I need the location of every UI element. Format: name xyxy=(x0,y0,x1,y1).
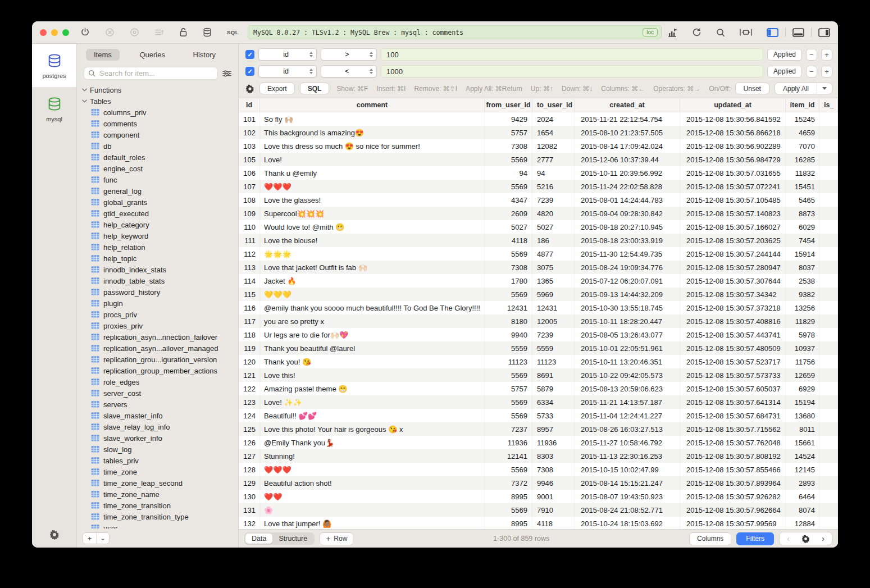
column-header-item-id[interactable]: item_id xyxy=(786,98,819,112)
cell-from-user-id[interactable]: 9429 xyxy=(485,112,532,126)
cell-from-user-id[interactable]: 5569 xyxy=(485,288,532,301)
cell-comment[interactable]: Supercool💥💥💥 xyxy=(260,207,485,220)
cell-updated-at[interactable]: 2015-12-08 15:30:57.373218 xyxy=(680,301,786,314)
cell-to-user-id[interactable]: 7239 xyxy=(532,193,575,207)
cell-created-at[interactable]: 2015-11-30 12:54:49.735 xyxy=(575,247,680,261)
cell-from-user-id[interactable]: 5569 xyxy=(485,368,532,382)
sidebar-table-item[interactable]: replication_asyn...nnection_failover xyxy=(77,331,238,343)
cell-id[interactable]: 125 xyxy=(239,422,260,436)
cell-to-user-id[interactable]: 8957 xyxy=(532,422,575,436)
lock-icon[interactable] xyxy=(179,28,188,37)
cell-updated-at[interactable]: 2015-12-08 15:30:57.808192 xyxy=(680,449,786,463)
add-item-button[interactable]: + xyxy=(83,533,96,544)
cell-comment[interactable]: Love the glasses! xyxy=(260,193,485,207)
cell-from-user-id[interactable]: 8180 xyxy=(485,314,532,328)
cell-to-user-id[interactable]: 5027 xyxy=(532,220,575,234)
cell-from-user-id[interactable]: 9940 xyxy=(485,328,532,341)
cell-id[interactable]: 124 xyxy=(239,409,260,422)
cell-comment[interactable]: Jacket 🔥 xyxy=(260,274,485,288)
cell-comment[interactable]: Love this dress so much 😍 so nice for su… xyxy=(260,139,485,153)
cell-comment[interactable]: Would love to! @mith 😬 xyxy=(260,220,485,234)
cell-is[interactable] xyxy=(819,368,838,382)
cell-is[interactable] xyxy=(819,436,838,449)
add-row-button[interactable]: + Row xyxy=(320,532,353,545)
cell-from-user-id[interactable]: 5569 xyxy=(485,395,532,409)
cell-id[interactable]: 117 xyxy=(239,314,260,328)
cell-item-id[interactable]: 2538 xyxy=(786,274,819,288)
cell-item-id[interactable]: 15914 xyxy=(786,247,819,261)
cell-id[interactable]: 112 xyxy=(239,247,260,261)
filter-enabled-checkbox[interactable]: ✓ xyxy=(245,50,254,59)
cell-created-at[interactable]: 2015-08-14 15:15:21.247 xyxy=(575,476,680,490)
cell-updated-at[interactable]: 2015-12-08 15:30:57.480509 xyxy=(680,341,786,355)
cell-updated-at[interactable]: 2015-12-08 15:30:57.762048 xyxy=(680,436,786,449)
cell-to-user-id[interactable]: 4118 xyxy=(532,517,575,529)
prev-page-button[interactable]: ‹ xyxy=(780,532,797,545)
database-icon[interactable] xyxy=(203,28,212,37)
sidebar-table-item[interactable]: global_grants xyxy=(77,197,238,208)
cell-updated-at[interactable]: 2015-12-08 15:30:57.893964 xyxy=(680,476,786,490)
connect-icon[interactable] xyxy=(80,28,90,37)
cell-comment[interactable]: 🌸 xyxy=(260,503,485,517)
sidebar-table-item[interactable]: help_topic xyxy=(77,253,238,264)
cell-id[interactable]: 122 xyxy=(239,382,260,395)
sidebar-table-item[interactable]: help_relation xyxy=(77,241,238,253)
cell-from-user-id[interactable]: 2609 xyxy=(485,207,532,220)
cell-id[interactable]: 113 xyxy=(239,261,260,274)
sidebar-table-item[interactable]: general_log xyxy=(77,185,238,197)
column-header-updated-at[interactable]: updated_at xyxy=(680,98,786,112)
cell-to-user-id[interactable]: 7239 xyxy=(532,328,575,341)
cell-comment[interactable]: Ur legs are to die for🙌🏻💖 xyxy=(260,328,485,341)
filter-sliders-icon[interactable] xyxy=(222,70,231,78)
sidebar-table-item[interactable]: time_zone xyxy=(77,466,238,477)
filter-operator-select[interactable]: < xyxy=(321,65,377,78)
cell-updated-at[interactable]: 2015-12-08 15:30:57.203625 xyxy=(680,234,786,247)
cell-item-id[interactable]: 8873 xyxy=(786,207,819,220)
cell-from-user-id[interactable]: 5027 xyxy=(485,220,532,234)
cell-from-user-id[interactable]: 5757 xyxy=(485,382,532,395)
cell-id[interactable]: 119 xyxy=(239,341,260,355)
cell-id[interactable]: 116 xyxy=(239,301,260,314)
cell-id[interactable]: 130 xyxy=(239,490,260,503)
cell-from-user-id[interactable]: 11936 xyxy=(485,436,532,449)
cell-from-user-id[interactable]: 7237 xyxy=(485,422,532,436)
cell-id[interactable]: 115 xyxy=(239,288,260,301)
column-header-is[interactable]: is_ xyxy=(819,98,838,112)
sidebar-table-item[interactable]: func xyxy=(77,174,238,185)
cell-updated-at[interactable]: 2015-12-08 15:30:57.244144 xyxy=(680,247,786,261)
minimize-window-button[interactable] xyxy=(51,29,58,36)
zoom-window-button[interactable] xyxy=(62,29,69,36)
cell-comment[interactable]: you are so pretty x xyxy=(260,314,485,328)
tab-queries[interactable]: Queries xyxy=(131,49,173,61)
filter-value-input[interactable] xyxy=(381,65,763,78)
cell-created-at[interactable]: 2015-08-24 21:08:52.771 xyxy=(575,503,680,517)
cell-updated-at[interactable]: 2015-12-08 15:30:56.984729 xyxy=(680,153,786,166)
cell-updated-at[interactable]: 2015-12-08 15:30:57.280947 xyxy=(680,261,786,274)
sidebar-table-item[interactable]: server_cost xyxy=(77,388,238,399)
cell-is[interactable] xyxy=(819,449,838,463)
cell-item-id[interactable]: 2893 xyxy=(786,476,819,490)
cell-from-user-id[interactable]: 8995 xyxy=(485,490,532,503)
cell-comment[interactable]: Beautiful action shot! xyxy=(260,476,485,490)
cell-updated-at[interactable]: 2015-12-08 15:30:57.140823 xyxy=(680,207,786,220)
cell-to-user-id[interactable]: 5879 xyxy=(532,382,575,395)
cell-is[interactable] xyxy=(819,395,838,409)
cell-to-user-id[interactable]: 11123 xyxy=(532,355,575,368)
layout-right-panel-icon[interactable] xyxy=(818,28,830,37)
cell-is[interactable] xyxy=(819,193,838,207)
sidebar-table-item[interactable]: replication_asyn...ailover_managed xyxy=(77,343,238,354)
sidebar-table-item[interactable]: procs_priv xyxy=(77,309,238,320)
cell-id[interactable]: 105 xyxy=(239,153,260,166)
cell-created-at[interactable]: 2015-10-24 18:15:03.692 xyxy=(575,517,680,529)
cell-comment[interactable]: Love this! xyxy=(260,368,485,382)
cell-from-user-id[interactable]: 12141 xyxy=(485,449,532,463)
cell-to-user-id[interactable]: 2024 xyxy=(532,112,575,126)
cell-to-user-id[interactable]: 3075 xyxy=(532,261,575,274)
cell-id[interactable]: 131 xyxy=(239,503,260,517)
cell-id[interactable]: 102 xyxy=(239,126,260,139)
cell-from-user-id[interactable]: 5559 xyxy=(485,341,532,355)
filter-settings-gear-icon[interactable] xyxy=(245,84,254,93)
cell-updated-at[interactable]: 2015-12-08 15:30:56.866218 xyxy=(680,126,786,139)
cell-created-at[interactable]: 2015-08-10 21:23:57.505 xyxy=(575,126,680,139)
cell-from-user-id[interactable]: 5569 xyxy=(485,180,532,193)
